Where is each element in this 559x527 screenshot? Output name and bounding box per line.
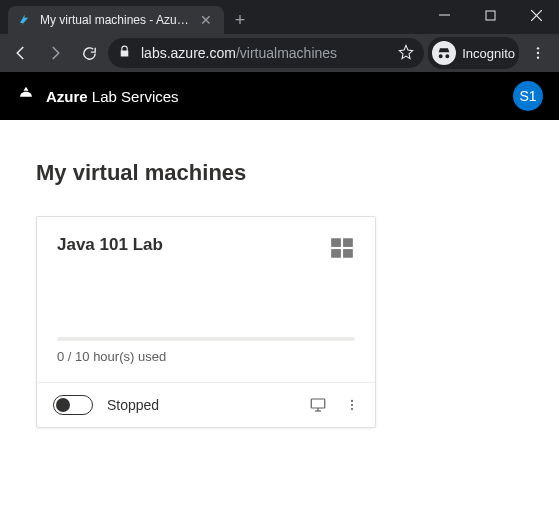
usage-text: 0 / 10 hour(s) used [57, 349, 355, 364]
svg-point-15 [351, 404, 353, 406]
page-content: Azure Lab Services S1 My virtual machine… [0, 72, 559, 527]
url-path: /virtualmachines [236, 45, 337, 61]
back-button[interactable] [6, 38, 36, 68]
tab-title: My virtual machines - Azure Lab [40, 13, 190, 27]
brand-text: Azure Lab Services [46, 88, 179, 105]
svg-point-4 [537, 47, 539, 49]
lock-icon [118, 45, 131, 61]
minimize-button[interactable] [421, 0, 467, 30]
url-text: labs.azure.com/virtualmachines [141, 45, 337, 61]
browser-toolbar: labs.azure.com/virtualmachines Incognito [0, 34, 559, 72]
vm-card: Java 101 Lab 0 / 10 hour(s) used [36, 216, 376, 428]
svg-point-14 [351, 400, 353, 402]
more-options-button[interactable] [345, 396, 359, 414]
svg-rect-7 [331, 238, 341, 247]
incognito-label: Incognito [462, 46, 515, 61]
azure-logo-icon [16, 85, 36, 108]
toggle-knob [56, 398, 70, 412]
page-title: My virtual machines [36, 160, 523, 186]
svg-rect-10 [343, 249, 353, 258]
browser-menu-button[interactable] [523, 38, 553, 68]
address-bar[interactable]: labs.azure.com/virtualmachines [108, 38, 424, 68]
browser-titlebar: My virtual machines - Azure Lab ✕ + [0, 0, 559, 34]
user-avatar[interactable]: S1 [513, 81, 543, 111]
new-tab-button[interactable]: + [230, 10, 250, 31]
maximize-button[interactable] [467, 0, 513, 30]
svg-rect-1 [486, 11, 495, 20]
reload-button[interactable] [74, 38, 104, 68]
connect-button[interactable] [309, 396, 327, 414]
close-tab-button[interactable]: ✕ [198, 11, 214, 29]
svg-point-6 [537, 56, 539, 58]
azure-favicon [16, 12, 32, 28]
svg-rect-11 [311, 399, 325, 408]
power-toggle[interactable] [53, 395, 93, 415]
window-controls [421, 0, 559, 30]
brand[interactable]: Azure Lab Services [16, 85, 179, 108]
vm-status: Stopped [107, 397, 159, 413]
windows-icon [329, 235, 355, 265]
vm-name: Java 101 Lab [57, 235, 329, 255]
main-content: My virtual machines Java 101 Lab 0 / 10 … [0, 120, 559, 468]
browser-tab[interactable]: My virtual machines - Azure Lab ✕ [8, 6, 224, 34]
svg-rect-8 [343, 238, 353, 247]
incognito-indicator[interactable]: Incognito [428, 37, 519, 69]
svg-point-16 [351, 408, 353, 410]
incognito-icon [432, 41, 456, 65]
usage-progress-bar [57, 337, 355, 341]
url-host: labs.azure.com [141, 45, 236, 61]
bookmark-button[interactable] [398, 44, 414, 63]
svg-rect-9 [331, 249, 341, 258]
close-window-button[interactable] [513, 0, 559, 30]
forward-button[interactable] [40, 38, 70, 68]
app-header: Azure Lab Services S1 [0, 72, 559, 120]
svg-point-5 [537, 52, 539, 54]
